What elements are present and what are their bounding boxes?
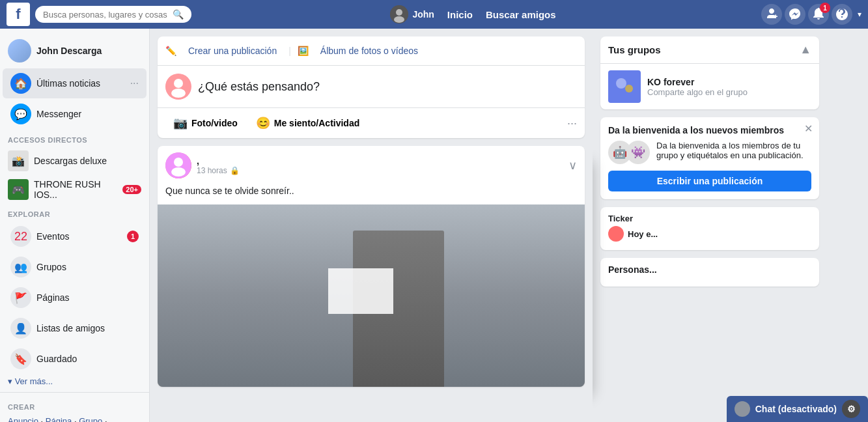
user-name-label: John	[412, 9, 434, 20]
composer-prompt-text[interactable]: ¿Qué estás pensando?	[198, 80, 320, 94]
accesos-directos-title: ACCESOS DIRECTOS	[0, 130, 149, 147]
post-author-name: ,	[197, 156, 563, 166]
svg-point-7	[174, 158, 183, 167]
welcome-banner-body: 🤖 👾 Da la bienvenida a los miembros de t…	[608, 141, 811, 164]
svg-point-8	[171, 167, 186, 176]
create-anuncio[interactable]: Anuncio	[8, 416, 38, 422]
welcome-icon-2: 👾	[626, 141, 650, 164]
news-feed-post: , 13 horas 🔒 ∨ Que nunca se te olvide so…	[158, 146, 585, 387]
paginas-label: Páginas	[36, 292, 70, 303]
personas-title: Personas...	[608, 264, 811, 275]
sidebar-item-news-feed[interactable]: 🏠 Últimas noticias ···	[3, 68, 147, 98]
group-desc: Comparte algo en el grupo	[647, 87, 811, 97]
create-pagina[interactable]: Página	[46, 416, 72, 422]
photo-icon: 📷	[173, 116, 188, 130]
welcome-banner-text: Da la bienvenida a los miembros de tu gr…	[656, 141, 811, 160]
listas-label: Listas de amigos	[36, 323, 105, 333]
nav-find-friends[interactable]: Buscar amigos	[486, 9, 556, 20]
throne-rush-label: THRONE RUSH IOS...	[34, 179, 117, 200]
ticker-avatar	[608, 226, 624, 242]
sidebar-item-listas[interactable]: 👤 Listas de amigos	[3, 313, 147, 343]
notifications-icon[interactable]: 1	[808, 4, 829, 25]
left-sidebar: John Descarga 🏠 Últimas noticias ··· 💬 M…	[0, 29, 150, 422]
svg-point-10	[616, 78, 626, 89]
nav-chevron-icon[interactable]: ▾	[858, 10, 861, 19]
group-name: KO forever	[647, 77, 811, 87]
post-author-avatar	[165, 152, 191, 178]
post-composer: ✏️ Crear una publicación | 🖼️ Álbum de f…	[158, 36, 585, 138]
search-bar[interactable]: 🔍	[35, 6, 191, 23]
ver-mas-link[interactable]: ▾ Ver más...	[0, 374, 149, 388]
write-post-btn[interactable]: Escribir una publicación	[608, 171, 811, 191]
friend-requests-icon[interactable]	[761, 4, 782, 25]
chat-bar-label: Chat (desactivado)	[755, 404, 837, 414]
ticker-card: Ticker Hoy e...	[600, 207, 819, 250]
group-avatar	[608, 70, 641, 103]
notification-badge: 1	[820, 3, 830, 13]
messenger-label: Messenger	[36, 109, 81, 119]
svg-point-2	[394, 16, 404, 23]
create-links: Anuncio · Página · Grupo · Evento	[0, 414, 149, 422]
sidebar-item-eventos[interactable]: 22 Eventos 1	[3, 221, 147, 251]
ticker-today-text: Hoy e...	[628, 229, 658, 239]
create-grupo[interactable]: Grupo	[79, 416, 102, 422]
group-item-ko-forever[interactable]: KO forever Comparte algo en el grupo	[600, 64, 819, 109]
composer-separator: |	[288, 46, 291, 56]
main-feed: ✏️ Crear una publicación | 🖼️ Álbum de f…	[150, 29, 593, 422]
grupos-icon: 👥	[10, 257, 31, 277]
sidebar-item-paginas[interactable]: 🚩 Páginas	[3, 283, 147, 313]
throne-rush-badge: 20+	[122, 185, 141, 194]
composer-avatar	[165, 74, 191, 100]
guardado-label: Guardado	[36, 354, 77, 364]
facebook-logo: f	[7, 3, 30, 26]
svg-point-4	[174, 79, 183, 88]
group-info: KO forever Comparte algo en el grupo	[647, 77, 811, 97]
more-actions-btn[interactable]: ···	[567, 117, 577, 130]
listas-icon: 👤	[10, 318, 31, 339]
sidebar-item-grupos[interactable]: 👥 Grupos	[3, 252, 147, 282]
welcome-banner-close-btn[interactable]: ✕	[804, 122, 813, 135]
news-feed-dots[interactable]: ···	[130, 77, 139, 89]
explorar-title: EXPLORAR	[0, 204, 149, 221]
groups-collapse-btn[interactable]: ▲	[800, 43, 811, 57]
top-navigation: f 🔍 John Inicio Buscar amigos 1 ▾	[0, 0, 868, 29]
nav-home[interactable]: Inicio	[447, 9, 473, 20]
eventos-icon: 22	[10, 226, 31, 247]
photo-video-btn[interactable]: 📷 Foto/video	[165, 112, 245, 134]
nav-icons: 1 ▾	[761, 4, 861, 25]
groups-header: Tus grupos ▲	[600, 36, 819, 64]
chat-bar-avatar	[735, 401, 750, 417]
feeling-icon: 😊	[256, 116, 270, 130]
shortcut-throne-rush[interactable]: 🎮 THRONE RUSH IOS... 20+	[0, 175, 149, 204]
welcome-banner-title: Da la bienvenida a los nuevos miembros	[608, 125, 811, 135]
post-options-btn[interactable]: ∨	[568, 158, 577, 173]
eventos-badge: 1	[127, 231, 139, 242]
grupos-label: Grupos	[36, 262, 66, 272]
user-profile-link[interactable]: John	[390, 5, 434, 23]
sidebar-user-profile[interactable]: John Descarga	[0, 34, 149, 68]
messenger-icon[interactable]	[785, 4, 805, 25]
post-image	[158, 204, 585, 387]
sidebar-avatar	[8, 39, 31, 63]
post-time: 13 horas 🔒	[197, 166, 563, 175]
chat-gear-button[interactable]: ⚙	[842, 400, 860, 418]
ticker-label: Ticker	[608, 214, 633, 223]
search-input[interactable]	[43, 10, 167, 20]
feeling-btn[interactable]: 😊 Me siento/Actividad	[248, 112, 367, 134]
svg-point-1	[396, 9, 402, 16]
sidebar-item-messenger[interactable]: 💬 Messenger	[3, 99, 147, 129]
sidebar-item-guardado[interactable]: 🔖 Guardado	[3, 344, 147, 374]
composer-top-bar: ✏️ Crear una publicación | 🖼️ Álbum de f…	[158, 36, 585, 66]
post-text-content: Que nunca se te olvide sonreír..	[158, 185, 585, 204]
search-icon: 🔍	[173, 9, 184, 20]
help-icon[interactable]	[832, 4, 852, 25]
chat-bar[interactable]: Chat (desactivado) ⚙	[727, 396, 868, 422]
create-post-tab[interactable]: Crear una publicación	[183, 43, 282, 59]
album-tab[interactable]: Álbum de fotos o vídeos	[315, 43, 423, 59]
messenger-sidebar-icon: 💬	[10, 104, 31, 124]
user-avatar	[390, 5, 408, 23]
svg-point-5	[171, 89, 186, 98]
shortcut-descargas[interactable]: 📸 Descargas deluxe	[0, 147, 149, 175]
composer-body[interactable]: ¿Qué estás pensando?	[158, 66, 585, 107]
post-header: , 13 horas 🔒 ∨	[158, 146, 585, 185]
